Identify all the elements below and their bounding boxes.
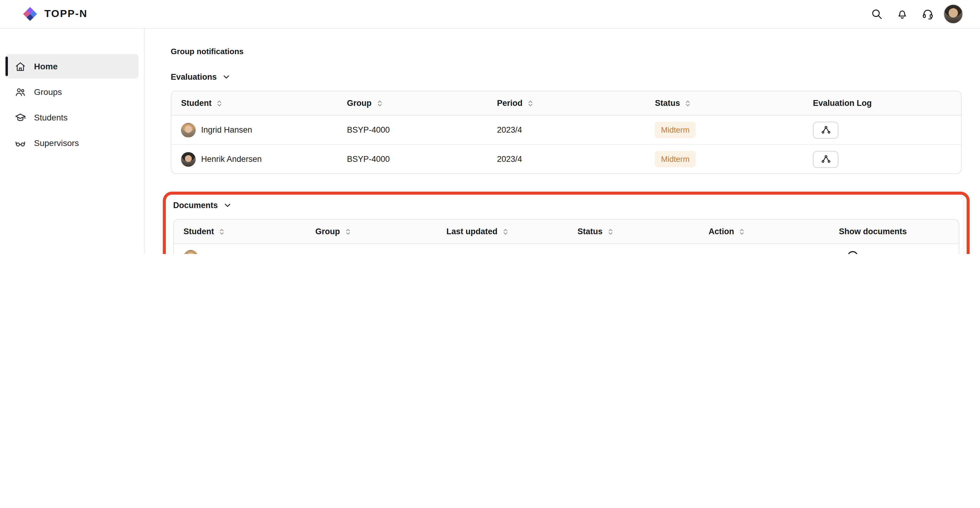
sidebar-item-students[interactable]: Students [5, 105, 138, 129]
chevron-down-icon [222, 72, 231, 81]
table-row: Ingrid Hansen Home health care 20 Nov, 2… [174, 244, 959, 254]
group-cell: BSYP-4000 [337, 115, 487, 144]
circle-arrow-up-icon [846, 250, 859, 254]
sidebar-nav: Home Groups Students Supervisors [0, 54, 144, 155]
sidebar-item-groups[interactable]: Groups [5, 80, 138, 104]
last-updated-cell: 20 Nov, 2023 [437, 244, 568, 254]
brand: TOPP-N [22, 6, 88, 22]
table-row: Ingrid Hansen BSYP-4000 2023/4 Midterm [171, 115, 961, 144]
sidebar-item-label: Students [34, 113, 68, 122]
section-title-evaluations: Evaluations [171, 72, 217, 81]
sort-icon [607, 228, 614, 235]
column-header-group[interactable]: Group [305, 220, 437, 244]
student-name: Ingrid Hansen [201, 125, 252, 134]
chevron-down-icon [223, 201, 232, 210]
support-chat-button[interactable] [918, 4, 937, 24]
bell-icon [896, 8, 908, 20]
column-header-show-documents: Show documents [829, 220, 959, 244]
sort-icon [684, 99, 692, 107]
documents-collapse-toggle[interactable] [223, 201, 232, 210]
table-row: Henrik Andersen BSYP-4000 2023/4 Midterm [171, 144, 961, 173]
column-header-evaluation-log: Evaluation Log [803, 91, 961, 115]
top-header: TOPP-N [0, 0, 980, 29]
evaluation-log-button[interactable] [813, 121, 838, 138]
highlight-outline: Documents Student Group Last updated [163, 192, 970, 254]
column-header-status[interactable]: Status [645, 91, 803, 115]
brand-name: TOPP-N [45, 8, 88, 20]
avatar [181, 152, 196, 166]
section-documents: Documents Student Group Last updated [173, 201, 959, 254]
column-header-status[interactable]: Status [568, 220, 699, 244]
avatar [181, 123, 196, 137]
evaluation-log-button[interactable] [813, 150, 838, 168]
support-headset-icon [922, 8, 934, 20]
sidebar-item-supervisors[interactable]: Supervisors [5, 131, 138, 155]
group-cell: Home health care [305, 244, 437, 254]
column-header-student[interactable]: Student [174, 220, 305, 244]
sort-icon [527, 99, 534, 107]
column-header-student[interactable]: Student [171, 91, 337, 115]
column-header-period[interactable]: Period [487, 91, 645, 115]
user-avatar[interactable] [943, 4, 963, 24]
home-icon [14, 61, 26, 72]
sort-icon [738, 228, 746, 235]
notifications-button[interactable] [892, 4, 912, 24]
sidebar-item-home[interactable]: Home [5, 54, 138, 78]
period-cell: 2023/4 [487, 115, 645, 144]
sidebar-item-label: Groups [34, 87, 62, 97]
graduation-cap-icon [14, 112, 26, 123]
search-button[interactable] [867, 4, 886, 24]
avatar [183, 250, 198, 254]
student-name: Henrik Andersen [201, 155, 262, 164]
app-root: TOPP-N Home Groups [0, 0, 980, 254]
section-evaluations: Evaluations Student Group Period Status … [171, 72, 962, 174]
student-name: Ingrid Hansen [204, 253, 258, 254]
sort-icon [502, 228, 509, 235]
evaluation-log-icon [821, 154, 831, 164]
group-cell: BSYP-4000 [337, 144, 487, 173]
brand-logo-icon [22, 6, 38, 22]
sort-icon [376, 99, 383, 107]
sort-icon [218, 228, 226, 235]
sort-icon [216, 99, 223, 107]
column-header-group[interactable]: Group [337, 91, 487, 115]
action-cell [699, 244, 829, 254]
header-actions [867, 4, 963, 24]
sidebar-item-label: Home [34, 61, 58, 71]
status-cell [568, 244, 699, 254]
collapse-documents-button[interactable] [846, 250, 859, 254]
table-header-row: Student Group Last updated Status Action… [174, 220, 959, 244]
status-badge: Midterm [655, 122, 696, 138]
sort-icon [344, 228, 352, 235]
sidebar: Home Groups Students Supervisors Support [0, 29, 145, 254]
documents-table: Student Group Last updated Status Action… [173, 219, 959, 254]
section-title-documents: Documents [173, 201, 218, 210]
page-title: Group notifications [171, 47, 962, 56]
sidebar-item-label: Supervisors [34, 138, 79, 148]
groups-icon [14, 86, 26, 97]
evaluations-table: Student Group Period Status Evaluation L… [171, 91, 962, 174]
status-badge: Midterm [655, 151, 696, 167]
main-content: Group notifications Evaluations Student … [145, 29, 980, 254]
evaluations-collapse-toggle[interactable] [222, 72, 231, 81]
column-header-last-updated[interactable]: Last updated [437, 220, 568, 244]
search-icon [871, 8, 883, 20]
evaluation-log-icon [821, 125, 831, 135]
glasses-icon [14, 137, 26, 149]
period-cell: 2023/4 [487, 144, 645, 173]
column-header-action[interactable]: Action [699, 220, 829, 244]
table-header-row: Student Group Period Status Evaluation L… [171, 91, 961, 115]
